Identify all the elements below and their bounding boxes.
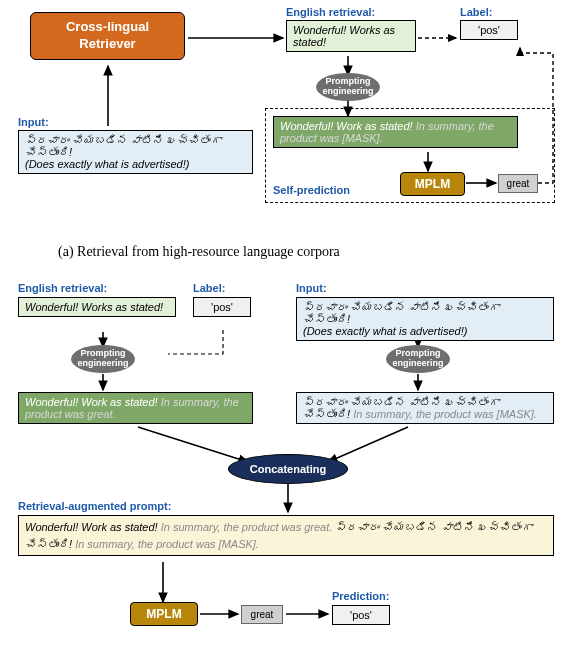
label-header-b: Label: (193, 282, 225, 294)
prediction-header: Prediction: (332, 590, 389, 602)
english-retrieval-header-a: English retrieval: (286, 6, 375, 18)
retrieval-text-a: Wonderful! Works as stated! (293, 24, 395, 48)
prediction-value: 'pos' (350, 609, 372, 621)
label-box-a: 'pos' (460, 20, 518, 40)
prompt-eng-ellipse-b-left: Prompting engineering (71, 345, 135, 373)
prompt-eng-label-b-left: Prompting engineering (77, 349, 129, 369)
right-prompt-box-b: ప్రచారం చేయబడిన వాటిని ఖచ్చితంగా చేస్తుం… (296, 392, 554, 424)
ra-text-4: In summary, the product was [MASK]. (75, 538, 259, 550)
pred-word-box-a: great (498, 174, 538, 193)
prompt-eng-ellipse-b-right: Prompting engineering (386, 345, 450, 373)
retriever-label: Cross-lingual Retriever (66, 19, 149, 51)
pred-word-b: great (251, 609, 274, 620)
retrieval-text-b: Wonderful! Works as stated! (25, 301, 163, 313)
left-prompt-prefix: Wonderful! Work as stated! (25, 396, 158, 408)
input-telugu-a: ప్రచారం చేయబడిన వాటిని ఖచ్చితంగా చేస్తుం… (25, 134, 246, 158)
input-telugu-b: ప్రచారం చేయబడిన వాటిని ఖచ్చితంగా చేస్తుం… (303, 301, 547, 325)
ra-text-2: In summary, the product was great. (161, 521, 333, 533)
retrieval-box-a: Wonderful! Works as stated! (286, 20, 416, 52)
section-a: Cross-lingual Retriever English retrieva… (8, 8, 566, 238)
section-b: English retrieval: Wonderful! Works as s… (8, 282, 566, 652)
svg-line-11 (138, 427, 248, 462)
caption-a: (a) Retrieval from high-resource languag… (8, 244, 566, 260)
mplm-box-a: MPLM (400, 172, 465, 196)
english-retrieval-header-b: English retrieval: (18, 282, 107, 294)
label-value-a: 'pos' (478, 24, 500, 36)
label-box-b: 'pos' (193, 297, 251, 317)
input-box-a: ప్రచారం చేయబడిన వాటిని ఖచ్చితంగా చేస్తుం… (18, 130, 253, 174)
input-box-b: ప్రచారం చేయబడిన వాటిని ఖచ్చితంగా చేస్తుం… (296, 297, 554, 341)
pred-word-box-b: great (241, 605, 283, 624)
input-header-b: Input: (296, 282, 327, 294)
mplm-label-b: MPLM (146, 607, 181, 621)
prompt-prefix-a: Wonderful! Work as stated! (280, 120, 413, 132)
input-gloss-b: (Does exactly what is advertised!) (303, 325, 547, 337)
svg-line-12 (328, 427, 408, 462)
ra-prompt-box: Wonderful! Work as stated! In summary, t… (18, 515, 554, 556)
prediction-box: 'pos' (332, 605, 390, 625)
prompt-eng-ellipse-a: Prompting engineering (316, 73, 380, 101)
left-prompt-box-b: Wonderful! Work as stated! In summary, t… (18, 392, 253, 424)
right-prompt-suffix: In summary, the product was [MASK]. (353, 408, 537, 420)
pred-word-a: great (507, 178, 530, 189)
ra-prompt-header: Retrieval-augmented prompt: (18, 500, 171, 512)
mplm-label-a: MPLM (415, 177, 450, 191)
concat-label: Concatenating (250, 463, 326, 475)
retrieval-box-b: Wonderful! Works as stated! (18, 297, 176, 317)
label-header-a: Label: (460, 6, 492, 18)
self-prediction-label: Self-prediction (273, 184, 350, 196)
prompt-eng-label-a: Prompting engineering (322, 77, 374, 97)
prompt-eng-label-b-right: Prompting engineering (392, 349, 444, 369)
cross-lingual-retriever-box: Cross-lingual Retriever (30, 12, 185, 60)
label-value-b: 'pos' (211, 301, 233, 313)
concat-ellipse: Concatenating (228, 454, 348, 484)
mplm-box-b: MPLM (130, 602, 198, 626)
input-header-a: Input: (18, 116, 49, 128)
ra-text-1: Wonderful! Work as stated! (25, 521, 158, 533)
prompt-box-a: Wonderful! Work as stated! In summary, t… (273, 116, 518, 148)
input-gloss-a: (Does exactly what is advertised!) (25, 158, 246, 170)
